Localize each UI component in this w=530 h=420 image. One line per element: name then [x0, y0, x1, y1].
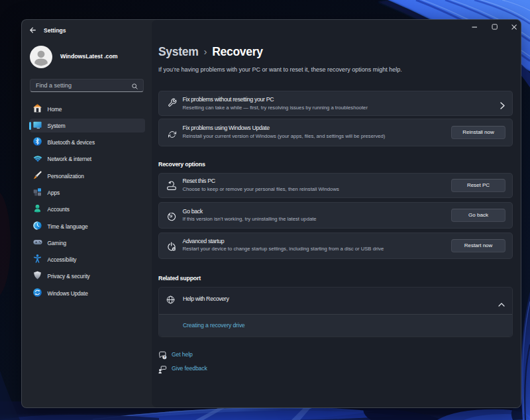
svg-text:?: ? [164, 356, 166, 359]
